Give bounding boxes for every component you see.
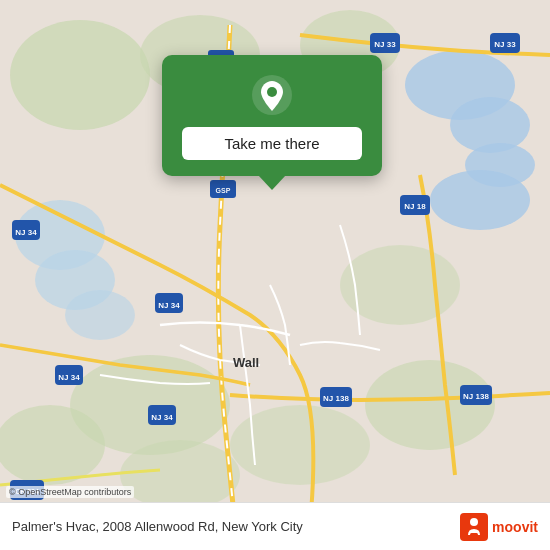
take-me-there-button[interactable]: Take me there (182, 127, 362, 160)
svg-text:NJ 138: NJ 138 (323, 394, 349, 403)
svg-text:Wall: Wall (233, 355, 259, 370)
svg-text:NJ 34: NJ 34 (158, 301, 180, 310)
location-pin-icon (250, 73, 294, 117)
svg-point-16 (120, 440, 240, 510)
bottom-bar: Palmer's Hvac, 2008 Allenwood Rd, New Yo… (0, 502, 550, 550)
location-popup: Take me there (162, 55, 382, 176)
svg-point-7 (65, 290, 135, 340)
svg-point-8 (10, 20, 150, 130)
svg-point-43 (267, 87, 277, 97)
map-container: NJ 34 NJ 34 NJ 34 NJ 34 GSP GSP NJ 33 NJ… (0, 0, 550, 550)
svg-rect-46 (470, 533, 478, 536)
svg-text:NJ 34: NJ 34 (15, 228, 37, 237)
svg-text:NJ 34: NJ 34 (58, 373, 80, 382)
svg-point-14 (0, 405, 105, 485)
osm-attribution: © OpenStreetMap contributors (6, 486, 134, 498)
svg-point-45 (470, 518, 478, 526)
svg-text:GSP: GSP (216, 187, 231, 194)
address-label: Palmer's Hvac, 2008 Allenwood Rd, New Yo… (12, 519, 460, 534)
moovit-logo: moovit (460, 513, 538, 541)
svg-point-4 (430, 170, 530, 230)
moovit-text: moovit (492, 519, 538, 535)
svg-text:NJ 34: NJ 34 (151, 413, 173, 422)
svg-text:NJ 138: NJ 138 (463, 392, 489, 401)
svg-rect-44 (460, 513, 488, 541)
svg-text:NJ 33: NJ 33 (494, 40, 516, 49)
svg-text:NJ 18: NJ 18 (404, 202, 426, 211)
svg-text:NJ 33: NJ 33 (374, 40, 396, 49)
moovit-icon (460, 513, 488, 541)
